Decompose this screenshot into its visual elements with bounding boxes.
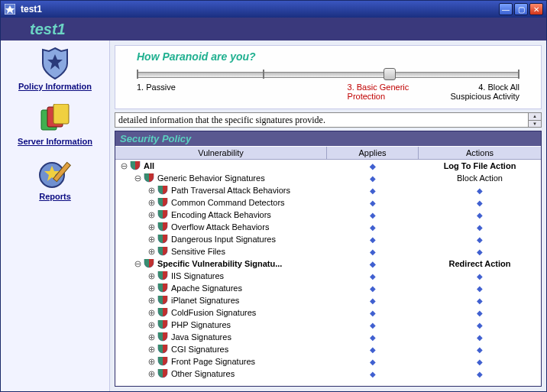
sidebar-item-label: Policy Information (9, 82, 101, 91)
diamond-icon: ◆ (477, 321, 483, 329)
tree-row[interactable]: Sensitive Files◆◆ (115, 245, 541, 258)
tree-row[interactable]: IIS Signatures◆◆ (115, 270, 541, 282)
tree-row-action-cell[interactable]: ◆ (419, 247, 541, 256)
window-close-button[interactable]: ✕ (529, 3, 543, 15)
tree-row-action-cell[interactable]: ◆ (419, 308, 541, 317)
spinner-up-button[interactable]: ▲ (529, 113, 541, 121)
window-maximize-button[interactable]: ▢ (514, 3, 528, 15)
tree-expander-open-icon[interactable] (134, 260, 142, 268)
tree-expander-closed-icon[interactable] (147, 235, 156, 244)
tree-row-applies-cell[interactable]: ◆ (327, 332, 419, 342)
tree-row-action-cell[interactable]: ◆ (419, 332, 541, 342)
shield-icon (144, 173, 154, 183)
shield-icon (157, 271, 168, 280)
window-minimize-button[interactable]: — (499, 3, 513, 15)
tree-expander-closed-icon[interactable] (147, 333, 156, 342)
tree-row-action-cell[interactable]: ◆ (419, 210, 541, 219)
diamond-icon: ◆ (370, 248, 376, 256)
tree-row[interactable]: iPlanet Signatures◆◆ (115, 294, 541, 306)
tree-expander-closed-icon[interactable] (147, 321, 156, 329)
tree-expander-closed-icon[interactable] (147, 358, 156, 366)
tree-row-applies-cell[interactable]: ◆ (327, 283, 419, 293)
column-header-applies[interactable]: Applies (327, 147, 419, 159)
tree-row[interactable]: Generic Behavior Signatures◆Block Action (115, 172, 541, 184)
tree-row-applies-cell[interactable]: ◆ (327, 173, 419, 183)
security-policy-tree[interactable]: All◆Log To File ActionGeneric Behavior S… (115, 160, 541, 386)
tree-row-applies-cell[interactable]: ◆ (327, 198, 419, 207)
diamond-icon: ◆ (477, 358, 483, 366)
tree-row-action-cell[interactable]: ◆ (419, 357, 541, 366)
tree-row-vulnerability-cell: Encoding Attack Behaviors (115, 210, 327, 219)
tree-row[interactable]: Specific Vulnerability Signatu...◆Redire… (115, 258, 541, 270)
tree-expander-closed-icon[interactable] (147, 272, 156, 280)
tree-row-applies-cell[interactable]: ◆ (327, 320, 419, 329)
tree-expander-closed-icon[interactable] (147, 211, 156, 219)
tree-row-action-cell[interactable]: Block Action (419, 173, 541, 183)
tree-row-applies-cell[interactable]: ◆ (327, 308, 419, 317)
slider-thumb[interactable] (384, 68, 396, 80)
tree-row-applies-cell[interactable]: ◆ (327, 369, 419, 378)
tree-expander-closed-icon[interactable] (147, 284, 156, 293)
tree-row-applies-cell[interactable]: ◆ (327, 161, 419, 170)
tree-row[interactable]: Other Signatures◆◆ (115, 368, 541, 380)
tree-row[interactable]: Encoding Attack Behaviors◆◆ (115, 209, 541, 221)
tree-row-action-cell[interactable]: ◆ (419, 296, 541, 305)
tree-expander-closed-icon[interactable] (147, 199, 156, 207)
tree-row-action-cell[interactable]: ◆ (419, 271, 541, 280)
tree-row-action-cell[interactable]: ◆ (419, 345, 541, 354)
tree-row-applies-cell[interactable]: ◆ (327, 357, 419, 366)
tree-row-action-cell[interactable]: ◆ (419, 235, 541, 244)
shield-icon (157, 345, 168, 354)
tree-row[interactable]: All◆Log To File Action (115, 160, 541, 172)
tree-row-action-cell[interactable]: ◆ (419, 320, 541, 329)
tree-row[interactable]: Path Traversal Attack Behaviors◆◆ (115, 184, 541, 196)
tree-row[interactable]: Apache Signatures◆◆ (115, 282, 541, 294)
tree-row-label: iPlanet Signatures (171, 296, 239, 305)
tree-row-applies-cell[interactable]: ◆ (327, 222, 419, 232)
column-header-actions[interactable]: Actions (419, 147, 541, 159)
tree-row-applies-cell[interactable]: ◆ (327, 296, 419, 305)
tree-row[interactable]: Common Command Detectors◆◆ (115, 196, 541, 209)
tree-row-applies-cell[interactable]: ◆ (327, 271, 419, 280)
tree-row[interactable]: Java Signatures◆◆ (115, 331, 541, 343)
tree-expander-closed-icon[interactable] (147, 223, 156, 232)
tree-expander-closed-icon[interactable] (147, 186, 156, 195)
tree-expander-closed-icon[interactable] (147, 309, 156, 317)
sidebar-item-reports[interactable]: Reports (9, 157, 101, 201)
tree-row-action-cell[interactable]: ◆ (419, 283, 541, 293)
tree-expander-closed-icon[interactable] (147, 296, 156, 305)
tree-row-applies-cell[interactable]: ◆ (327, 235, 419, 244)
spinner-down-button[interactable]: ▼ (529, 121, 541, 128)
tree-expander-open-icon[interactable] (134, 174, 142, 183)
tree-row-applies-cell[interactable]: ◆ (327, 186, 419, 195)
tree-row[interactable]: CGI Signatures◆◆ (115, 343, 541, 355)
tree-row-action-cell[interactable]: ◆ (419, 369, 541, 378)
tree-expander-open-icon[interactable] (120, 162, 128, 170)
sidebar-item-server-information[interactable]: Server Information (9, 102, 101, 146)
tree-row[interactable]: ColdFusion Signatures◆◆ (115, 306, 541, 319)
tree-row-applies-cell[interactable]: ◆ (327, 345, 419, 354)
tree-row-action-cell[interactable]: Log To File Action (419, 161, 541, 170)
detail-input[interactable] (115, 112, 529, 128)
tree-row-applies-cell[interactable]: ◆ (327, 259, 419, 268)
window-title: test1 (21, 4, 497, 15)
diamond-icon: ◆ (370, 296, 376, 305)
tree-row-action-cell[interactable]: ◆ (419, 198, 541, 207)
tree-row-action-cell[interactable]: ◆ (419, 222, 541, 232)
paranoid-slider[interactable] (137, 67, 519, 81)
tree-row[interactable]: Front Page Signatures◆◆ (115, 355, 541, 368)
tree-row-vulnerability-cell: Generic Behavior Signatures (115, 173, 327, 183)
tree-row-action-cell[interactable]: Redirect Action (419, 259, 541, 268)
diamond-icon: ◆ (370, 235, 376, 244)
column-header-vulnerability[interactable]: Vulnerability (115, 147, 327, 159)
tree-row[interactable]: PHP Signatures◆◆ (115, 319, 541, 331)
tree-expander-closed-icon[interactable] (147, 370, 156, 378)
tree-row-applies-cell[interactable]: ◆ (327, 210, 419, 219)
tree-row[interactable]: Overflow Attack Behaviors◆◆ (115, 221, 541, 233)
tree-row[interactable]: Dangerous Input Signatures◆◆ (115, 233, 541, 245)
tree-expander-closed-icon[interactable] (147, 345, 156, 354)
tree-expander-closed-icon[interactable] (147, 248, 156, 256)
sidebar-item-policy-information[interactable]: Policy Information (9, 47, 101, 91)
tree-row-applies-cell[interactable]: ◆ (327, 247, 419, 256)
tree-row-action-cell[interactable]: ◆ (419, 186, 541, 195)
